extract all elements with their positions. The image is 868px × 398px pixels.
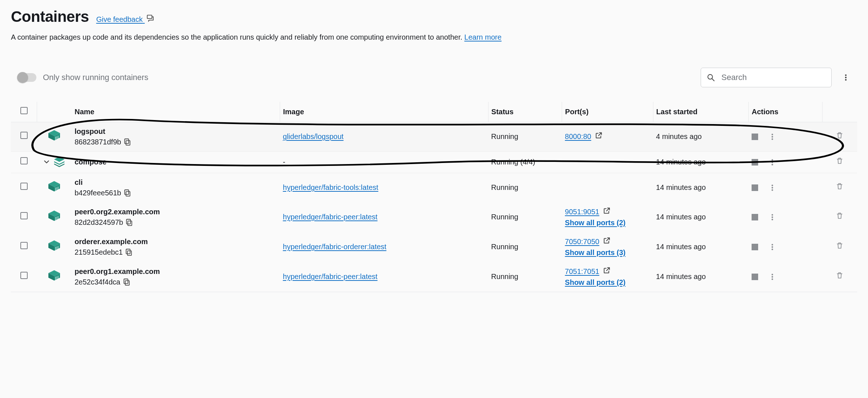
expand-toggle[interactable] bbox=[43, 158, 51, 166]
row-menu-button[interactable] bbox=[768, 158, 776, 166]
containers-table: Name Image Status Port(s) Last started A… bbox=[11, 102, 857, 292]
copy-hash-button[interactable] bbox=[125, 248, 133, 256]
table-row[interactable]: peer0.org1.example.com2e52c34f4dcahyperl… bbox=[11, 262, 857, 292]
external-link-icon bbox=[595, 131, 603, 139]
table-row[interactable]: clib429feee561bhyperledger/fabric-tools:… bbox=[11, 173, 857, 202]
row-menu-button[interactable] bbox=[768, 184, 776, 192]
give-feedback-link[interactable]: Give feedback bbox=[96, 14, 154, 24]
copy-hash-button[interactable] bbox=[125, 218, 133, 226]
port-link[interactable]: 7051:7051 bbox=[565, 267, 600, 276]
container-icon bbox=[48, 180, 61, 192]
row-checkbox[interactable] bbox=[20, 157, 28, 164]
row-menu-button[interactable] bbox=[768, 133, 776, 141]
give-feedback-label: Give feedback bbox=[96, 15, 143, 23]
table-row[interactable]: logspout86823871df9bgliderlabs/logspoutR… bbox=[11, 122, 857, 151]
status-text: Running bbox=[491, 183, 518, 191]
stop-button[interactable] bbox=[752, 184, 758, 191]
row-checkbox[interactable] bbox=[20, 132, 28, 139]
copy-hash-button[interactable] bbox=[123, 189, 131, 197]
container-name: peer0.org2.example.com bbox=[75, 207, 277, 217]
vertical-dots-icon bbox=[768, 213, 776, 221]
show-all-ports-link[interactable]: Show all ports (3) bbox=[565, 248, 650, 258]
row-checkbox[interactable] bbox=[20, 212, 28, 219]
row-menu-button[interactable] bbox=[768, 273, 776, 281]
show-all-ports-link[interactable]: Show all ports (2) bbox=[565, 218, 650, 228]
trash-icon bbox=[836, 242, 844, 250]
port-link[interactable]: 9051:9051 bbox=[565, 207, 600, 217]
image-link[interactable]: hyperledger/fabric-peer:latest bbox=[283, 213, 378, 221]
image-link[interactable]: hyperledger/fabric-tools:latest bbox=[283, 183, 378, 191]
page-title: Containers bbox=[11, 7, 89, 27]
delete-button[interactable] bbox=[836, 212, 844, 220]
stop-button[interactable] bbox=[752, 134, 758, 140]
delete-button[interactable] bbox=[836, 242, 844, 250]
stop-icon bbox=[752, 184, 758, 191]
container-name: peer0.org1.example.com bbox=[75, 267, 277, 276]
status-text: Running (4/4) bbox=[491, 158, 535, 166]
stop-icon bbox=[752, 159, 758, 166]
show-all-ports-link[interactable]: Show all ports (2) bbox=[565, 278, 650, 287]
external-link-icon[interactable] bbox=[595, 131, 603, 142]
last-started: 14 minutes ago bbox=[656, 272, 706, 280]
image-link[interactable]: gliderlabs/logspout bbox=[283, 132, 344, 140]
last-started: 14 minutes ago bbox=[656, 213, 706, 221]
col-status[interactable]: Status bbox=[488, 102, 562, 122]
image-link[interactable]: hyperledger/fabric-orderer:latest bbox=[283, 243, 387, 251]
container-name: cli bbox=[75, 178, 277, 187]
image-link[interactable]: hyperledger/fabric-peer:latest bbox=[283, 272, 378, 280]
copy-icon bbox=[123, 278, 131, 286]
chevron-down-icon bbox=[43, 158, 51, 166]
container-name: logspout bbox=[75, 127, 277, 136]
container-icon bbox=[48, 210, 61, 222]
row-checkbox[interactable] bbox=[20, 183, 28, 190]
learn-more-link[interactable]: Learn more bbox=[464, 33, 501, 41]
table-row[interactable]: peer0.org2.example.com82d2d324597bhyperl… bbox=[11, 202, 857, 232]
row-menu-button[interactable] bbox=[768, 213, 776, 221]
stop-button[interactable] bbox=[752, 244, 758, 250]
vertical-dots-icon bbox=[768, 158, 776, 166]
delete-button[interactable] bbox=[836, 131, 844, 139]
search-box[interactable] bbox=[701, 68, 832, 87]
container-name: orderer.example.com bbox=[75, 237, 277, 247]
delete-button[interactable] bbox=[836, 271, 844, 279]
external-link-icon[interactable] bbox=[603, 207, 611, 217]
stop-button[interactable] bbox=[752, 159, 758, 166]
select-all-checkbox[interactable] bbox=[20, 107, 28, 114]
row-menu-button[interactable] bbox=[768, 243, 776, 251]
last-started: 4 minutes ago bbox=[656, 132, 702, 140]
stop-icon bbox=[752, 214, 758, 220]
copy-hash-button[interactable] bbox=[123, 278, 131, 286]
table-menu-button[interactable] bbox=[842, 73, 850, 81]
delete-button[interactable] bbox=[836, 157, 844, 165]
image-name: - bbox=[283, 158, 286, 166]
stop-button[interactable] bbox=[752, 214, 758, 220]
port-link[interactable]: 7050:7050 bbox=[565, 237, 600, 247]
copy-hash-button[interactable] bbox=[123, 138, 131, 146]
running-only-toggle[interactable] bbox=[18, 73, 36, 82]
table-row[interactable]: orderer.example.com215915edebc1hyperledg… bbox=[11, 232, 857, 262]
table-row[interactable]: compose-Running (4/4)14 minutes ago bbox=[11, 151, 857, 173]
row-checkbox[interactable] bbox=[20, 272, 28, 279]
port-link[interactable]: 8000:80 bbox=[565, 132, 591, 142]
row-checkbox[interactable] bbox=[20, 242, 28, 249]
status-text: Running bbox=[491, 243, 518, 251]
vertical-dots-icon bbox=[768, 133, 776, 141]
col-ports[interactable]: Port(s) bbox=[562, 102, 653, 122]
external-link-icon bbox=[603, 266, 611, 274]
vertical-dots-icon bbox=[768, 243, 776, 251]
external-link-icon[interactable] bbox=[603, 266, 611, 277]
col-image[interactable]: Image bbox=[280, 102, 489, 122]
copy-icon bbox=[125, 248, 133, 256]
page-subtitle-text: A container packages up code and its dep… bbox=[11, 33, 464, 41]
last-started: 14 minutes ago bbox=[656, 183, 706, 191]
running-only-label: Only show running containers bbox=[43, 72, 148, 83]
stop-icon bbox=[752, 274, 758, 280]
external-link-icon bbox=[603, 236, 611, 244]
external-link-icon[interactable] bbox=[603, 236, 611, 247]
col-name[interactable]: Name bbox=[72, 102, 280, 122]
col-actions: Actions bbox=[749, 102, 823, 122]
search-input[interactable] bbox=[721, 72, 825, 83]
stop-button[interactable] bbox=[752, 274, 758, 280]
col-last-started[interactable]: Last started bbox=[653, 102, 748, 122]
delete-button[interactable] bbox=[836, 182, 844, 190]
